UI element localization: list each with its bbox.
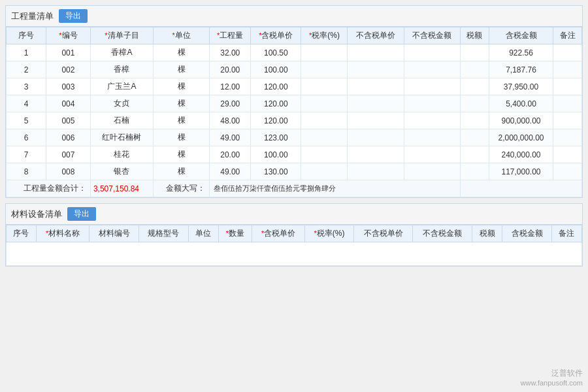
table-cell: 29.00: [210, 95, 251, 112]
section1-table-wrapper: 序号 *编号 *清单子目 *单位 *工程量 *含税单价 *税率(%) 不含税单价…: [6, 27, 582, 197]
s2-col-qty: *数量: [218, 225, 252, 242]
s2-col-notax-amount: 不含税金额: [413, 225, 472, 242]
table-cell: [404, 44, 460, 61]
section1-title: 工程量清单: [11, 10, 54, 22]
total-value: 3,507,150.84: [90, 180, 153, 197]
table-cell: [553, 112, 582, 129]
table-row: 1001香樟A棵32.00100.50922.56: [7, 44, 582, 61]
table-cell: [404, 129, 460, 146]
table-cell: 117,000.00: [489, 163, 553, 180]
table-cell: 20.00: [210, 146, 251, 163]
table-cell: 广玉兰A: [90, 78, 153, 95]
table-cell: [348, 129, 404, 146]
table-cell: 红叶石楠树: [90, 129, 153, 146]
section-material-list: 材料设备清单 导出 序号 *材料名称 材料编号 规格型号 单位 *数量 *含税单…: [5, 203, 583, 267]
daxie-label: 金额大写：: [153, 180, 209, 197]
table-cell: 7,187.76: [489, 61, 553, 78]
table-cell: [301, 163, 348, 180]
table-cell: 棵: [153, 112, 209, 129]
table-cell: [301, 95, 348, 112]
table-row: 5005石楠棵48.00120.00900,000.00: [7, 112, 582, 129]
table-cell: [404, 146, 460, 163]
col-code: *编号: [46, 27, 90, 44]
table-cell: [461, 95, 489, 112]
table-header-row: 序号 *编号 *清单子目 *单位 *工程量 *含税单价 *税率(%) 不含税单价…: [7, 27, 582, 44]
col-qty: *工程量: [210, 27, 251, 44]
table-cell: 900,000.00: [489, 112, 553, 129]
table-cell: 120.00: [251, 78, 301, 95]
s2-col-tax: 税额: [472, 225, 502, 242]
footer-spacer: [461, 180, 582, 197]
section1-header: 工程量清单 导出: [6, 6, 582, 27]
section2-header-row: 序号 *材料名称 材料编号 规格型号 单位 *数量 *含税单价 *税率(%) 不…: [7, 225, 582, 242]
col-seq: 序号: [7, 27, 46, 44]
table-cell: 008: [46, 163, 90, 180]
table-cell: [461, 112, 489, 129]
table-cell: 石楠: [90, 112, 153, 129]
s2-col-tax-price: *含税单价: [252, 225, 305, 242]
table-cell: [553, 146, 582, 163]
table-cell: 棵: [153, 163, 209, 180]
table-cell: 1: [7, 44, 46, 61]
table-cell: 48.00: [210, 112, 251, 129]
s2-col-tax-rate: *税率(%): [305, 225, 354, 242]
table-cell: 49.00: [210, 163, 251, 180]
table-cell: [348, 95, 404, 112]
section2-export-button[interactable]: 导出: [67, 207, 96, 221]
col-tax-rate: *税率(%): [301, 27, 348, 44]
table-cell: [301, 129, 348, 146]
table-cell: [301, 44, 348, 61]
col-tax: 税额: [461, 27, 489, 44]
table-cell: [553, 61, 582, 78]
section1-export-button[interactable]: 导出: [59, 9, 88, 23]
table-cell: [553, 163, 582, 180]
table-cell: 37,950.00: [489, 78, 553, 95]
table-row: 8008银杏棵49.00130.00117,000.00: [7, 163, 582, 180]
table-cell: [461, 129, 489, 146]
table-cell: 100.00: [251, 61, 301, 78]
table-cell: 007: [46, 146, 90, 163]
col-tax-price: *含税单价: [251, 27, 301, 44]
section-engineering-list: 工程量清单 导出 序号 *编号 *清单子目 *单位 *工程量 *含税单价 *税率…: [5, 5, 583, 198]
table-cell: [461, 146, 489, 163]
table-row: 3003广玉兰A棵12.00120.0037,950.00: [7, 78, 582, 95]
section2-table-wrapper: 序号 *材料名称 材料编号 规格型号 单位 *数量 *含税单价 *税率(%) 不…: [6, 225, 582, 266]
table-cell: [553, 95, 582, 112]
table-cell: 120.00: [251, 112, 301, 129]
daxie-value: 叁佰伍拾万柒仟壹佰伍拾元零捌角肆分: [210, 180, 461, 197]
table-row: 4004女贞棵29.00120.005,400.00: [7, 95, 582, 112]
table-cell: 香樟: [90, 61, 153, 78]
table-cell: 240,000.00: [489, 146, 553, 163]
table-cell: 香樟A: [90, 44, 153, 61]
table-cell: 004: [46, 95, 90, 112]
table-cell: 棵: [153, 129, 209, 146]
table-cell: 4: [7, 95, 46, 112]
s2-col-seq: 序号: [7, 225, 37, 242]
table-cell: 棵: [153, 61, 209, 78]
table-cell: 桂花: [90, 146, 153, 163]
table-cell: [404, 163, 460, 180]
section2-empty-row: [7, 242, 582, 266]
table-cell: 棵: [153, 146, 209, 163]
table-cell: 女贞: [90, 95, 153, 112]
table-cell: 2,000,000.00: [489, 129, 553, 146]
table-cell: [348, 163, 404, 180]
col-notax-price: 不含税单价: [348, 27, 404, 44]
table-cell: 49.00: [210, 129, 251, 146]
table-cell: [301, 78, 348, 95]
table-cell: [404, 78, 460, 95]
section1-table: 序号 *编号 *清单子目 *单位 *工程量 *含税单价 *税率(%) 不含税单价…: [6, 27, 582, 197]
table-cell: 922.56: [489, 44, 553, 61]
section2-table: 序号 *材料名称 材料编号 规格型号 单位 *数量 *含税单价 *税率(%) 不…: [6, 225, 582, 266]
table-cell: 3: [7, 78, 46, 95]
table-cell: 003: [46, 78, 90, 95]
total-label: 工程量金额合计：: [7, 180, 91, 197]
table-cell: [461, 163, 489, 180]
table-cell: [348, 61, 404, 78]
s2-col-spec: 规格型号: [139, 225, 188, 242]
table-cell: 20.00: [210, 61, 251, 78]
table-cell: 123.00: [251, 129, 301, 146]
table-cell: 5: [7, 112, 46, 129]
section2-header: 材料设备清单 导出: [6, 204, 582, 225]
section1-footer-row: 工程量金额合计： 3,507,150.84 金额大写： 叁佰伍拾万柒仟壹佰伍拾元…: [7, 180, 582, 197]
